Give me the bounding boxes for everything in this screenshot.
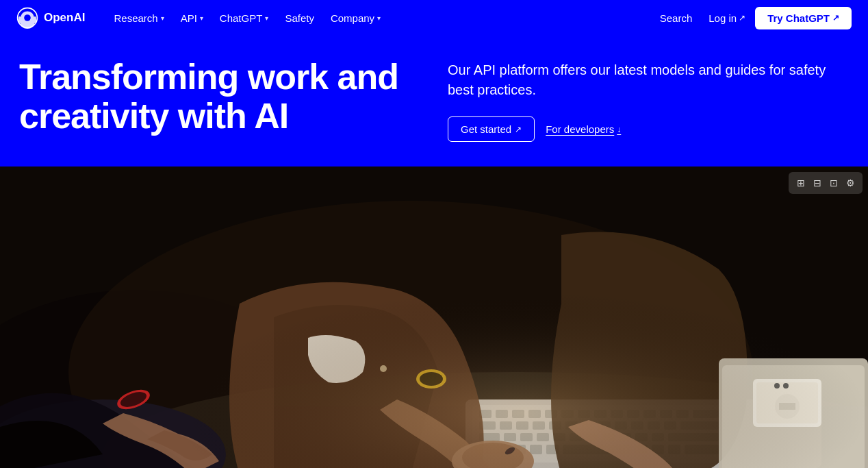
try-arrow-icon: ↗ bbox=[832, 13, 839, 23]
chatgpt-chevron-icon: ▾ bbox=[265, 14, 268, 22]
image-toolbar: ⊞ ⊟ ⊡ ⚙ bbox=[789, 172, 863, 194]
nav-links: Research ▾ API ▾ ChatGPT ▾ Safety Compan… bbox=[107, 8, 647, 28]
research-chevron-icon: ▾ bbox=[161, 14, 164, 22]
nav-api[interactable]: API ▾ bbox=[174, 8, 210, 28]
main-nav: OpenAI Research ▾ API ▾ ChatGPT ▾ Safety… bbox=[0, 0, 868, 36]
search-button[interactable]: Search bbox=[653, 8, 700, 28]
nav-right: Search Log in ↗ Try ChatGPT ↗ bbox=[653, 7, 852, 29]
nav-company[interactable]: Company ▾ bbox=[324, 8, 387, 28]
hero-section: Transforming work and creativity with AI… bbox=[0, 36, 868, 167]
svg-rect-75 bbox=[0, 167, 868, 468]
toolbar-layout-icon[interactable]: ⊡ bbox=[826, 175, 842, 191]
hero-headline: Transforming work and creativity with AI bbox=[19, 58, 420, 136]
nav-research[interactable]: Research ▾ bbox=[107, 8, 170, 28]
hero-left: Transforming work and creativity with AI bbox=[19, 58, 420, 136]
toolbar-split-icon[interactable]: ⊟ bbox=[809, 175, 826, 191]
hero-buttons: Get started ↗ For developers ↓ bbox=[448, 116, 849, 142]
api-chevron-icon: ▾ bbox=[200, 14, 203, 22]
hero-image-container bbox=[0, 167, 868, 468]
logo-link[interactable]: OpenAI bbox=[16, 7, 85, 29]
toolbar-settings-icon[interactable]: ⚙ bbox=[842, 175, 858, 191]
for-devs-arrow-icon: ↓ bbox=[617, 125, 621, 134]
svg-point-1 bbox=[24, 14, 31, 21]
for-developers-button[interactable]: For developers ↓ bbox=[546, 123, 621, 135]
openai-logo-icon bbox=[16, 7, 38, 29]
logo-text: OpenAI bbox=[44, 11, 85, 25]
nav-safety[interactable]: Safety bbox=[278, 8, 321, 28]
get-started-arrow-icon: ↗ bbox=[515, 125, 522, 134]
get-started-button[interactable]: Get started ↗ bbox=[448, 116, 535, 142]
hero-right: Our API platform offers our latest model… bbox=[448, 58, 849, 142]
company-chevron-icon: ▾ bbox=[377, 14, 381, 22]
login-button[interactable]: Log in ↗ bbox=[702, 8, 752, 28]
hero-description: Our API platform offers our latest model… bbox=[448, 60, 849, 100]
image-section: ⊞ ⊟ ⊡ ⚙ bbox=[0, 167, 868, 468]
toolbar-grid-icon[interactable]: ⊞ bbox=[793, 175, 809, 191]
try-chatgpt-button[interactable]: Try ChatGPT ↗ bbox=[755, 7, 852, 29]
login-arrow-icon: ↗ bbox=[739, 13, 745, 23]
nav-chatgpt[interactable]: ChatGPT ▾ bbox=[213, 8, 276, 28]
hero-image bbox=[0, 167, 868, 468]
